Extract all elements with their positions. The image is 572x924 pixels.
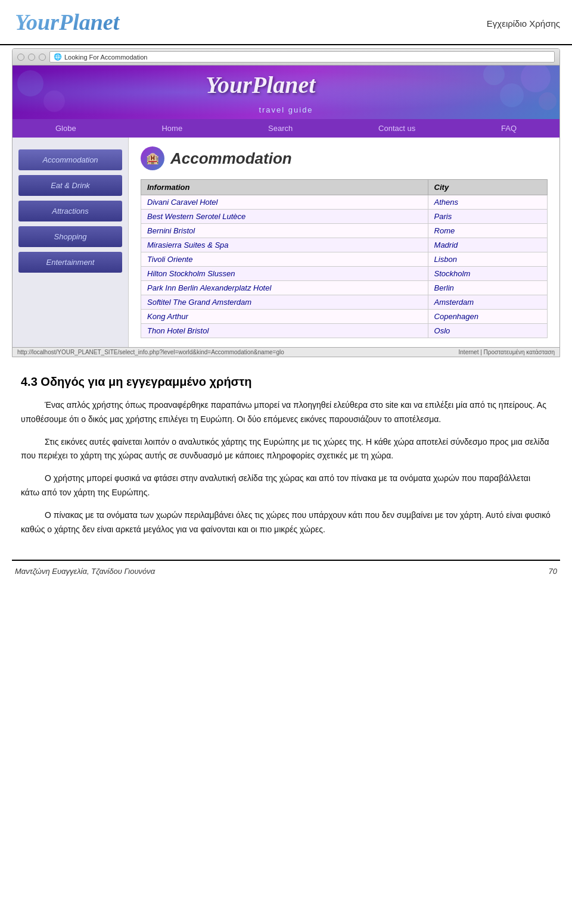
svg-text:YourPlanet: YourPlanet (206, 71, 316, 98)
sidebar-btn-eat-drink[interactable]: Eat & Drink (18, 175, 122, 196)
table-cell-city[interactable]: Stockholm (428, 267, 547, 281)
browser-btn-max[interactable] (39, 54, 46, 61)
table-cell-info[interactable]: Mirasierra Suites & Spa (141, 238, 428, 252)
table-row[interactable]: Bernini BristolRome (141, 224, 548, 238)
page-header: YourPlanet Εγχειρίδιο Χρήσης (0, 0, 572, 45)
sidebar-btn-accommodation[interactable]: Accommodation (18, 149, 122, 170)
sidebar-btn-attractions[interactable]: Attractions (18, 201, 122, 221)
browser-statusbar: http://localhost/YOUR_PLANET_SITE/select… (13, 347, 559, 357)
accommodation-table: Information City Divani Caravel HotelAth… (141, 179, 548, 338)
table-cell-info[interactable]: Kong Arthur (141, 310, 428, 324)
website-content: YourPlanet travel guide Globe Home Searc… (13, 65, 559, 347)
page-footer: Μαντζώνη Ευαγγελία, Τζανίδου Γιουνόνα 70 (12, 560, 560, 582)
address-text: Looking For Accommodation (64, 54, 147, 61)
content-title: Accommodation (170, 149, 292, 168)
table-row[interactable]: Tivoli OrienteLisbon (141, 252, 548, 267)
nav-faq[interactable]: FAQ (495, 123, 523, 134)
site-logo-script: YourPlanet (203, 70, 369, 105)
banner-logo-svg: YourPlanet (203, 70, 369, 100)
svg-point-6 (43, 90, 65, 112)
accommodation-icon: 🏨 (141, 146, 164, 170)
sidebar-btn-shopping[interactable]: Shopping (18, 226, 122, 247)
section-para-3: Ο χρήστης μπορεί φυσικά να φτάσει στην α… (21, 472, 551, 500)
site-main: Accommodation Eat & Drink Attractions Sh… (13, 138, 559, 347)
svg-point-5 (17, 70, 43, 96)
svg-point-1 (521, 65, 551, 92)
table-row[interactable]: Hilton Stockholm SlussenStockholm (141, 267, 548, 281)
page-icon: 🌐 (54, 53, 62, 61)
nav-search[interactable]: Search (262, 123, 299, 134)
section-para-4: Ο πίνακας με τα ονόματα των χωρών περιλα… (21, 508, 551, 537)
table-row[interactable]: Divani Caravel HotelAthens (141, 195, 548, 210)
footer-authors: Μαντζώνη Ευαγγελία, Τζανίδου Γιουνόνα (15, 567, 155, 576)
table-row[interactable]: Best Western Serotel LutèceParis (141, 210, 548, 224)
table-cell-city[interactable]: Athens (428, 195, 547, 210)
section-heading: 4.3 Οδηγός για μη εγγεγραμμένο χρήστη (21, 375, 551, 389)
nav-contact[interactable]: Contact us (372, 123, 421, 134)
site-tagline: travel guide (203, 105, 369, 114)
banner-decoration (440, 65, 559, 119)
table-cell-info[interactable]: Park Inn Berlin Alexanderplatz Hotel (141, 281, 428, 295)
site-sidebar: Accommodation Eat & Drink Attractions Sh… (13, 138, 129, 347)
table-cell-city[interactable]: Berlin (428, 281, 547, 295)
svg-point-3 (539, 92, 557, 110)
table-cell-info[interactable]: Softitel The Grand Amsterdam (141, 295, 428, 310)
table-cell-info[interactable]: Thon Hotel Bristol (141, 324, 428, 338)
table-cell-info[interactable]: Divani Caravel Hotel (141, 195, 428, 210)
browser-window: 🌐 Looking For Accommodation YourP (12, 48, 560, 357)
table-cell-city[interactable]: Copenhagen (428, 310, 547, 324)
table-cell-city[interactable]: Lisbon (428, 252, 547, 267)
table-row[interactable]: Thon Hotel BristolOslo (141, 324, 548, 338)
table-row[interactable]: Mirasierra Suites & SpaMadrid (141, 238, 548, 252)
svg-point-4 (483, 65, 505, 85)
site-banner: YourPlanet travel guide (13, 65, 559, 119)
table-header-row: Information City (141, 180, 548, 195)
site-content-area: 🏨 Accommodation Information City Divani … (129, 138, 559, 347)
nav-home[interactable]: Home (156, 123, 188, 134)
table-cell-info[interactable]: Hilton Stockholm Slussen (141, 267, 428, 281)
table-cell-city[interactable]: Madrid (428, 238, 547, 252)
status-right: Internet | Προστατευμένη κατάσταση (459, 349, 555, 355)
footer-page-number: 70 (549, 567, 557, 576)
site-logo-banner: YourPlanet travel guide (203, 70, 369, 114)
table-cell-city[interactable]: Amsterdam (428, 295, 547, 310)
browser-btn-min[interactable] (28, 54, 35, 61)
table-row[interactable]: Park Inn Berlin Alexanderplatz HotelBerl… (141, 281, 548, 295)
yourplanet-logo: YourPlanet (12, 6, 137, 39)
table-row[interactable]: Kong ArthurCopenhagen (141, 310, 548, 324)
table-cell-info[interactable]: Best Western Serotel Lutèce (141, 210, 428, 224)
nav-globe[interactable]: Globe (49, 123, 82, 134)
content-header: 🏨 Accommodation (141, 146, 548, 170)
section-para-1: Ένας απλός χρήστης όπως προαναφέρθηκε πα… (21, 398, 551, 427)
table-cell-info[interactable]: Bernini Bristol (141, 224, 428, 238)
doc-section-43: 4.3 Οδηγός για μη εγγεγραμμένο χρήστη Έν… (0, 366, 572, 554)
browser-btn-close[interactable] (17, 54, 24, 61)
section-para-2: Στις εικόνες αυτές φαίνεται λοιπόν ο ανα… (21, 435, 551, 464)
status-url: http://localhost/YOUR_PLANET_SITE/select… (17, 349, 284, 355)
browser-titlebar: 🌐 Looking For Accommodation (13, 49, 559, 65)
svg-text:YourPlanet: YourPlanet (15, 10, 120, 35)
site-nav: Globe Home Search Contact us FAQ (13, 119, 559, 138)
logo-area: YourPlanet (12, 6, 143, 41)
col-header-information: Information (141, 180, 428, 195)
table-cell-city[interactable]: Paris (428, 210, 547, 224)
banner-decoration-left (13, 65, 84, 119)
svg-point-2 (500, 83, 524, 107)
table-cell-city[interactable]: Oslo (428, 324, 547, 338)
browser-address-bar[interactable]: 🌐 Looking For Accommodation (49, 51, 555, 63)
table-cell-info[interactable]: Tivoli Oriente (141, 252, 428, 267)
col-header-city: City (428, 180, 547, 195)
page-label: Εγχειρίδιο Χρήσης (487, 18, 560, 29)
table-cell-city[interactable]: Rome (428, 224, 547, 238)
sidebar-btn-entertainment[interactable]: Entertainment (18, 252, 122, 273)
table-row[interactable]: Softitel The Grand AmsterdamAmsterdam (141, 295, 548, 310)
